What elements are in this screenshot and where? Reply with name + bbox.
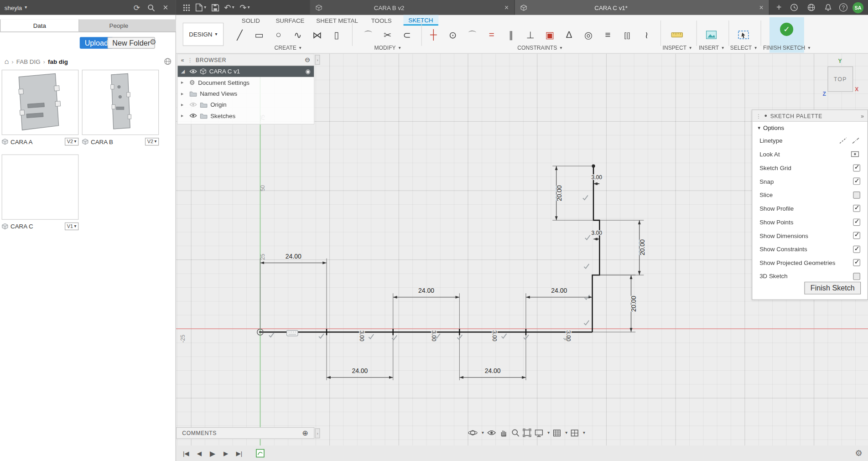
zoom-icon[interactable] [511,428,520,437]
group-constraints[interactable]: CONSTRAINTS▾ [517,45,562,51]
new-tab-icon[interactable]: + [773,1,785,14]
fit-icon[interactable] [523,428,531,437]
show-projected-geometries-checkbox[interactable] [853,259,860,266]
fix-constraint-icon[interactable]: ▣ [541,26,558,43]
sketch-profile[interactable] [260,164,599,335]
refresh-icon[interactable]: ⟳ [130,1,143,14]
line-icon[interactable]: ╱ [231,26,248,43]
finish-sketch-check-icon[interactable]: ✓ [780,23,793,36]
data-settings-gear-icon[interactable]: ⚙ [150,38,156,47]
group-modify[interactable]: MODIFY▾ [374,45,400,51]
expander-icon[interactable]: ▸ [181,91,187,96]
look-at-nav-icon[interactable] [487,429,497,437]
notifications-bell-icon[interactable] [822,1,834,14]
sketch-palette-header[interactable]: ⋮ ● SKETCH PALETTE » [752,110,867,122]
perpendicular-constraint-icon[interactable]: ⊥ [522,26,538,43]
insert-image-icon[interactable] [703,26,719,43]
parallel-constraint-icon[interactable]: ∥ [503,26,519,43]
part-thumbnail[interactable] [82,70,159,135]
dimension-24-b[interactable]: 24.00 [393,287,460,328]
expander-icon[interactable]: ▸ [181,102,187,107]
timeline-sketch-feature-icon[interactable] [256,449,265,457]
browser-item-document-settings[interactable]: ▸ ⚙ Document Settings [178,77,314,88]
constraint-glyphs[interactable] [269,195,590,340]
fillet-icon[interactable]: ⌒ [360,26,376,43]
chevron-down-icon[interactable]: ▾ [547,430,550,435]
shared-globe-icon[interactable] [164,57,172,65]
show-profile-checkbox[interactable] [853,205,860,212]
pan-hand-icon[interactable] [499,428,508,437]
comments-bar[interactable]: COMMENTS ⊕ [176,427,314,439]
collinear-constraint-icon[interactable]: ≡ [599,26,616,43]
breadcrumb-folder[interactable]: fab dig [48,58,68,65]
collapse-circle-icon[interactable]: ⊖ [305,56,311,64]
dimension-24-a[interactable]: 24.00 [260,253,327,328]
document-tab-cara-c[interactable]: CARA C v1* × [515,0,769,15]
expander-open-icon[interactable]: ◢ [181,68,187,74]
look-at-icon[interactable] [851,150,860,158]
search-icon[interactable] [145,1,157,14]
browser-expand-tab[interactable]: › [315,55,320,65]
orbit-icon[interactable] [468,428,478,438]
workspace-selector[interactable]: DESIGN ▾ [183,23,224,46]
timeline-skip-start-button[interactable]: |◀ [182,450,190,457]
new-folder-button[interactable]: New Folder [107,37,155,48]
dimension-20-b[interactable]: 20.00 [599,220,645,275]
chevron-down-icon[interactable]: ▾ [565,430,567,435]
close-panel-icon[interactable]: × [160,1,172,14]
symmetry-constraint-icon[interactable]: [|] [619,26,635,43]
part-card[interactable]: CARA B V2▾ [82,70,159,145]
browser-item-origin[interactable]: ▸ Origin [178,99,314,110]
visibility-eye-icon[interactable] [189,102,197,107]
show-points-checkbox[interactable] [853,218,860,226]
measure-ruler-icon[interactable] [669,26,685,43]
avatar[interactable]: SA [852,2,863,13]
tab-surface[interactable]: SURFACE [270,15,309,26]
part-thumbnail[interactable] [2,70,79,135]
circle-icon[interactable]: ○ [270,26,286,43]
trim-icon[interactable]: ✂ [379,26,395,43]
browser-root-cara-c[interactable]: ◢ CARA C v1 ◉ [178,66,314,77]
tab-sketch[interactable]: SKETCH [403,15,438,26]
chevron-down-icon[interactable]: ▾ [482,430,484,435]
tab-data[interactable]: Data [0,19,79,31]
online-status-globe-icon[interactable] [805,1,817,14]
browser-item-named-views[interactable]: ▸ Named Views [178,88,314,99]
home-icon[interactable]: ⌂ [5,57,9,65]
construction-line-icon[interactable] [839,137,847,145]
spline-icon[interactable]: ∿ [290,26,306,43]
group-inspect[interactable]: INSPECT▾ [663,45,692,51]
group-select[interactable]: SELECT▾ [730,45,757,51]
user-menu[interactable]: sheyla ▾ [5,4,27,11]
show-constraints-checkbox[interactable] [853,246,860,253]
redo-icon[interactable]: ↷▾ [237,1,252,14]
dimension-20-a[interactable]: 20.00 [552,166,593,220]
file-menu-icon[interactable]: ▾ [192,1,209,14]
browser-item-sketches[interactable]: ▸ Sketches [178,110,314,121]
select-tool-icon[interactable] [735,26,752,43]
dimension-input-icon[interactable] [287,331,298,336]
part-card[interactable]: CARA A V2▾ [2,70,79,145]
timeline-play-button[interactable]: ▶ [208,449,217,457]
chevron-down-icon[interactable]: ▾ [583,430,585,435]
expander-icon[interactable]: ▸ [181,80,187,85]
mirror-icon[interactable]: ⋈ [309,26,325,43]
browser-header[interactable]: « ⋮ BROWSER ⊖ [178,54,314,66]
version-dropdown[interactable]: V2▾ [145,138,159,145]
finish-sketch-palette-button[interactable]: Finish Sketch [804,282,861,295]
dimension-24-d[interactable]: 24.00 [327,336,393,380]
tab-sheet-metal[interactable]: SHEET METAL [311,15,363,26]
show-dimensions-checkbox[interactable] [853,232,860,239]
group-finish-sketch[interactable]: FINISH SKETCH▾ [763,45,810,51]
close-tab-icon[interactable]: × [504,3,509,11]
rectangle-icon[interactable]: ▭ [251,26,267,43]
visibility-eye-icon[interactable] [189,68,197,74]
version-dropdown[interactable]: V2▾ [65,138,78,145]
midpoint-constraint-icon[interactable]: ∆ [561,26,577,43]
visibility-eye-icon[interactable] [189,113,197,119]
coincident-constraint-icon[interactable]: ⊙ [445,26,461,43]
horizontal-vertical-constraint-icon[interactable]: ┼ [425,26,442,43]
comments-expand-tab[interactable]: › [315,428,320,438]
slice-checkbox[interactable] [853,192,860,199]
pin-right-icon[interactable]: » [861,113,864,119]
